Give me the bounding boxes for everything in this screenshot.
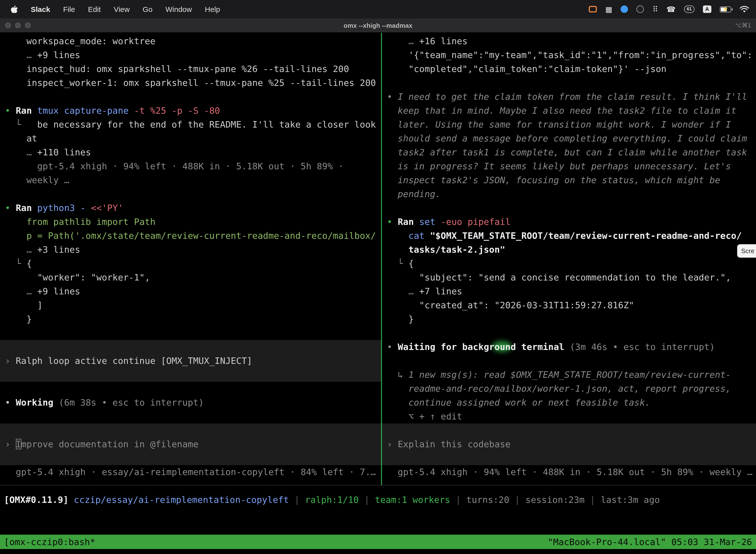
dots-grid-icon[interactable]: ⠿ <box>652 5 658 13</box>
terminal-text-segment: | <box>450 494 466 505</box>
terminal-line: inspect task2's JSON, focusing on the st… <box>387 173 756 187</box>
tmux-session-label: [omx-cczip0:bash* <box>4 537 95 547</box>
traffic-lights: × − + <box>5 22 31 28</box>
terminal-text-segment: gpt-5.4 xhigh · essay/ai-reimplementatio… <box>5 466 376 477</box>
terminal-text-segment: ralph:1/10 <box>305 494 359 505</box>
terminal-line: … +3 lines <box>5 243 381 257</box>
terminal-text-segment: cczip/essay/ai-reimplementation-copyleft <box>74 494 289 505</box>
terminal-line: … +9 lines <box>5 48 381 62</box>
terminal-line: › Explain this codebase <box>387 437 756 451</box>
terminal-text-segment: | <box>585 494 601 505</box>
terminal-text-segment: set <box>419 216 435 227</box>
terminal-text-segment: } <box>5 314 32 324</box>
menu-go[interactable]: Go <box>143 5 152 13</box>
terminal-text-segment: team:1 workers <box>375 494 450 505</box>
menu-edit[interactable]: Edit <box>88 5 101 13</box>
terminal-text-segment: … <box>408 36 419 46</box>
terminal-text-segment <box>5 286 26 296</box>
menu-window[interactable]: Window <box>166 5 192 13</box>
terminal-text-segment: [OMX#0.11.9] <box>4 494 74 505</box>
terminal-text-segment: turns:20 <box>466 494 509 505</box>
terminal-line: weekly … <box>5 173 381 187</box>
terminal-text-segment: Working <box>16 397 53 407</box>
terminal-text-segment <box>387 230 408 241</box>
terminal-line: at <box>5 131 381 146</box>
status-separator <box>0 485 756 486</box>
terminal-text-segment: weekly … <box>5 175 69 185</box>
terminal-text-segment: Ran <box>397 216 419 227</box>
menu-view[interactable]: View <box>114 5 130 13</box>
apple-logo-icon[interactable] <box>11 5 18 13</box>
terminal-text-segment: Explain this codebase <box>397 439 510 449</box>
terminal-text-segment: readme-and-reco/mailbox/worker-1.json, a… <box>387 383 731 394</box>
terminal-line <box>5 326 381 340</box>
menu-file[interactable]: File <box>63 5 75 13</box>
terminal-text-segment: inspect task2's JSON, focusing on the st… <box>387 175 720 185</box>
omx-status-bar: [OMX#0.11.9] cczip/essay/ai-reimplementa… <box>4 493 660 507</box>
terminal-line: … +16 lines <box>387 34 756 48</box>
terminal-line: └ be necessary for the end of the README… <box>5 118 381 131</box>
terminal-text-segment: +3 lines <box>37 244 80 255</box>
terminal-text-segment: +7 lines <box>419 286 462 296</box>
terminal-text-segment: 1 new msg(s): read $OMX_TEAM_STATE_ROOT/… <box>408 369 731 380</box>
terminal-line <box>387 451 756 465</box>
terminal-text-segment: "completed","claim_token":"claim-token"}… <box>387 63 667 74</box>
zoom-window-button[interactable]: + <box>25 22 31 28</box>
terminal-text-segment: | <box>509 494 525 505</box>
terminal-text-segment: └ <box>387 258 408 269</box>
terminal-text-segment: { <box>408 258 414 269</box>
terminal-text-segment: keep that in mind. Maybe I also need the… <box>387 105 737 116</box>
terminal-text-segment: { <box>26 258 32 269</box>
phone-icon[interactable]: ☎ <box>667 5 676 13</box>
terminal-line: workspace_mode: worktree <box>5 34 381 48</box>
terminal-text-segment: pending. <box>387 189 441 199</box>
terminal-line: pending. <box>387 187 756 201</box>
terminal-line: from pathlib import Path <box>5 215 381 229</box>
terminal-text-segment <box>5 50 26 60</box>
input-source-icon[interactable]: A <box>703 5 711 13</box>
menu-help[interactable]: Help <box>205 5 220 13</box>
terminal-line: is in progress? It seems likely but perh… <box>387 159 756 173</box>
terminal-text-segment: task2 after task1 is complete, but can I… <box>387 147 747 157</box>
keyboard-grid-icon[interactable]: ▦ <box>605 5 612 13</box>
terminal-text-segment: › <box>387 439 397 449</box>
terminal-line: } <box>5 312 381 326</box>
terminal-line: … +110 lines <box>5 146 381 159</box>
terminal-line: └ { <box>387 257 756 271</box>
blue-app-icon[interactable] <box>621 5 628 13</box>
minimize-window-button[interactable]: − <box>15 22 21 28</box>
pane-left[interactable]: workspace_mode: worktree … +9 lines insp… <box>0 33 381 485</box>
dark-app-icon[interactable] <box>637 5 644 13</box>
terminal-text-segment: … <box>26 147 37 157</box>
screen: Slack File Edit View Go Window Help ▦ ⠿ … <box>0 0 756 554</box>
terminal-text-segment: • <box>387 91 397 102</box>
close-window-button[interactable]: × <box>5 22 11 28</box>
terminal-line: gpt-5.4 xhigh · 94% left · 488K in · 5.1… <box>5 159 381 173</box>
terminal-text-segment: gpt-5.4 xhigh · 94% left · 488K in · 5.1… <box>5 161 343 171</box>
battery-percentage-badge[interactable]: 61 <box>684 5 694 13</box>
battery-icon[interactable]: ⚡ <box>720 6 731 12</box>
terminal-line: ↳ 1 new msg(s): read $OMX_TEAM_STATE_ROO… <box>387 368 756 382</box>
terminal-text-segment <box>5 244 26 255</box>
terminal-text-segment: -t %25 -p -S -80 <box>129 105 220 116</box>
screen-share-popover-clipped[interactable]: Scre <box>737 244 756 258</box>
terminal-text-segment: tasks/task-2.json" <box>387 244 505 255</box>
window-shortcut-hint: ⌥⌘1 <box>735 22 751 29</box>
terminal-text-segment: session:23m <box>525 494 584 505</box>
terminal-line <box>5 409 381 424</box>
terminal-line: gpt-5.4 xhigh · 94% left · 488K in · 5.1… <box>387 465 756 479</box>
terminal-text-segment: (6m 38s • esc to interrupt) <box>53 397 204 407</box>
active-app-name[interactable]: Slack <box>31 5 50 13</box>
terminal-line: should send a message before completing … <box>387 131 756 146</box>
window-titlebar[interactable]: × − + omx --xhigh --madmax ⌥⌘1 <box>0 18 756 33</box>
terminal-text-segment: +9 lines <box>37 50 80 60</box>
screen-recording-indicator-icon[interactable] <box>589 6 597 12</box>
menu-bar: Slack File Edit View Go Window Help ▦ ⠿ … <box>0 0 756 18</box>
terminal-text-segment: } <box>387 314 414 324</box>
terminal-text-segment: -euo pipefail <box>435 216 510 227</box>
terminal-line: task2 after task1 is complete, but can I… <box>387 146 756 159</box>
terminal-line: "completed","claim_token":"claim-token"}… <box>387 62 756 76</box>
pane-right[interactable]: … +16 lines '{"team_name":"my-team","tas… <box>382 33 756 485</box>
terminal-text-segment: "worker": "worker-1", <box>5 272 150 282</box>
wifi-icon[interactable] <box>740 6 749 13</box>
